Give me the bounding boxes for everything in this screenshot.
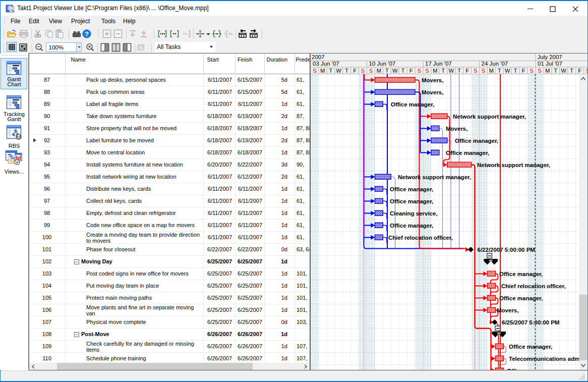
svg-text:10 Jun '07: 10 Jun '07: [369, 61, 396, 67]
svg-text:W: W: [392, 68, 398, 74]
svg-text:W: W: [336, 68, 342, 74]
svg-text:Chief relocation officer,: Chief relocation officer,: [501, 283, 566, 289]
svg-text:T: T: [329, 68, 332, 74]
svg-text:6/25/2007 5:00:00 PM: 6/25/2007 5:00:00 PM: [502, 319, 559, 325]
svg-text:Telecommunications administrat: Telecommunications administrator,: [509, 356, 588, 362]
svg-text:Office manager,: Office manager,: [390, 223, 433, 229]
svg-text:S: S: [474, 68, 477, 74]
svg-text:S: S: [482, 68, 485, 74]
svg-text:M: M: [489, 68, 494, 74]
svg-text:Movers,: Movers,: [446, 126, 467, 132]
svg-text:T: T: [345, 68, 348, 74]
svg-text:S: S: [538, 68, 541, 74]
svg-text:Network support manager,: Network support manager,: [477, 162, 550, 168]
svg-text:24 Jun '07: 24 Jun '07: [482, 61, 508, 67]
svg-text:T: T: [554, 68, 558, 74]
svg-text:T: T: [570, 68, 573, 74]
svg-text:Movers,: Movers,: [422, 89, 443, 95]
svg-text:W: W: [449, 68, 454, 74]
svg-text:Office manager,: Office manager,: [455, 138, 498, 144]
svg-text:Office manager,: Office manager,: [390, 186, 433, 192]
svg-text:T: T: [457, 68, 461, 74]
svg-text:Movers,: Movers,: [497, 307, 518, 313]
svg-text:S: S: [530, 68, 533, 74]
svg-text:Cleaning service,: Cleaning service,: [390, 210, 438, 216]
svg-text:July 2007: July 2007: [538, 54, 562, 60]
svg-text:M: M: [433, 68, 437, 74]
svg-text:T: T: [385, 68, 389, 74]
svg-text:F: F: [465, 68, 469, 74]
svg-text:Network support manager,: Network support manager,: [398, 174, 471, 180]
svg-text:T: T: [514, 68, 517, 74]
svg-text:Office manager,: Office manager,: [499, 295, 543, 301]
svg-text:17 Jun '07: 17 Jun '07: [425, 61, 452, 67]
svg-text:T: T: [441, 68, 445, 74]
svg-text:03 Jun '07: 03 Jun '07: [313, 61, 339, 67]
svg-text:S: S: [313, 68, 316, 74]
svg-text:S: S: [369, 68, 373, 74]
svg-text:T: T: [401, 68, 405, 74]
svg-text:Movers,: Movers,: [422, 77, 443, 83]
svg-text:6/22/2007 5:00:00 PM: 6/22/2007 5:00:00 PM: [478, 247, 535, 253]
svg-text:01 Jul '07: 01 Jul '07: [538, 61, 562, 67]
svg-text:2007: 2007: [312, 54, 325, 60]
svg-text:M: M: [545, 68, 550, 74]
svg-text:Office manager,: Office manager,: [509, 344, 552, 350]
svg-text:T: T: [498, 68, 501, 74]
svg-text:F: F: [409, 68, 413, 74]
svg-text:F: F: [522, 68, 525, 74]
svg-text:S: S: [361, 68, 365, 74]
svg-text:S: S: [425, 68, 429, 74]
svg-text:W: W: [505, 68, 510, 74]
svg-text:Network support manager,: Network support manager,: [453, 114, 526, 120]
svg-text:?: ?: [85, 31, 89, 38]
svg-text:Office manager,: Office manager,: [391, 101, 434, 107]
svg-text:F: F: [578, 68, 581, 74]
svg-text:Office manager,: Office manager,: [390, 198, 433, 204]
svg-text:S: S: [417, 68, 421, 74]
svg-text:Office manager,: Office manager,: [446, 150, 489, 156]
svg-text:M: M: [320, 68, 325, 74]
svg-text:Chief relocation officer,: Chief relocation officer,: [388, 235, 453, 241]
svg-text:F: F: [353, 68, 357, 74]
svg-text:S: S: [586, 68, 588, 74]
svg-text:M: M: [377, 68, 381, 74]
svg-text:Office manager,: Office manager,: [499, 271, 543, 277]
svg-text:W: W: [561, 68, 567, 74]
